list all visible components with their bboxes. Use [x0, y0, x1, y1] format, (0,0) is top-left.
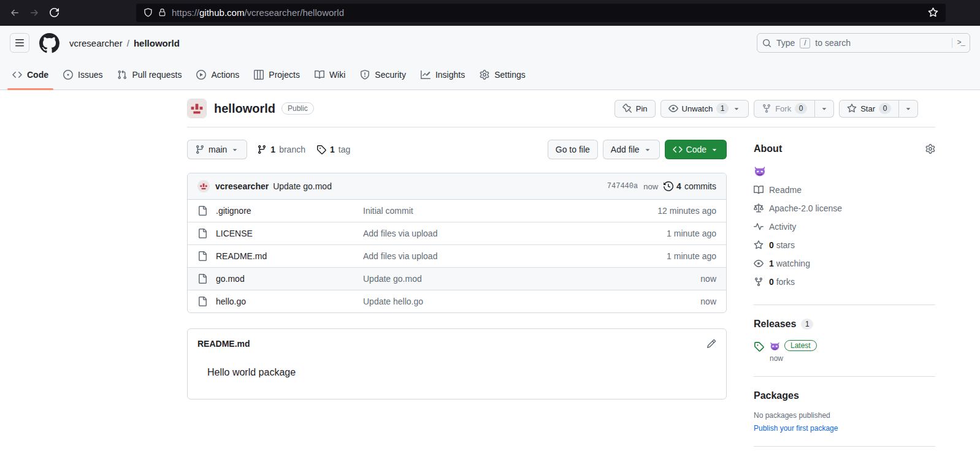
lock-icon[interactable] [158, 9, 166, 17]
browser-forward-button[interactable] [25, 3, 44, 23]
star-icon [848, 104, 857, 112]
url-domain: github.com [199, 7, 244, 18]
stars-label: stars [776, 240, 795, 250]
book-icon [754, 186, 764, 194]
tab-label: Actions [211, 70, 239, 80]
url-text[interactable]: https://github.com/vcresearcher/hellowor… [172, 7, 344, 18]
star-icon [754, 240, 764, 249]
history-icon [664, 181, 673, 191]
commit-author-link[interactable]: vcresearcher [215, 181, 269, 191]
branch-count: 1 [270, 145, 275, 154]
forks-count: 0 [769, 277, 774, 287]
unwatch-button[interactable]: Unwatch 1 [660, 100, 749, 118]
browser-reload-button[interactable] [44, 3, 64, 23]
file-link[interactable]: go.mod [216, 274, 363, 284]
chevron-down-icon [713, 149, 716, 151]
table-row: LICENSE Add files via upload 1 minute ag… [188, 222, 726, 244]
add-file-button[interactable]: Add file [603, 140, 660, 159]
fork-button[interactable]: Fork 0 [754, 100, 814, 118]
star-label: Star [860, 104, 875, 113]
watching-label: watching [776, 259, 810, 268]
file-commit-message[interactable]: Update go.mod [363, 274, 700, 284]
browser-back-button[interactable] [5, 3, 25, 23]
tab-pull-requests[interactable]: Pull requests [112, 60, 186, 89]
tab-security[interactable]: Security [355, 60, 411, 89]
star-button-group: Star 0 [839, 100, 918, 118]
file-link[interactable]: LICENSE [216, 229, 363, 238]
code-dropdown-button[interactable]: Code [665, 140, 727, 159]
commit-history-link[interactable]: 4 commits [664, 181, 716, 191]
repo-header: helloworld Public Pin Unwatch 1 Fork 0 [187, 90, 935, 127]
file-icon [199, 274, 207, 284]
activity-link[interactable]: Activity [754, 218, 935, 236]
star-button[interactable]: Star 0 [839, 100, 898, 118]
go-to-file-button[interactable]: Go to file [548, 140, 598, 159]
fork-button-group: Fork 0 [754, 100, 834, 118]
code-icon [12, 72, 21, 78]
about-title: About [754, 143, 782, 154]
star-dropdown-button[interactable] [898, 100, 918, 118]
repo-avatar [187, 99, 207, 118]
latest-release-link[interactable]: Latest now [754, 340, 935, 363]
forks-label: forks [776, 277, 795, 287]
publish-package-link[interactable]: Publish your first package [754, 424, 838, 433]
commit-author-avatar[interactable] [197, 180, 210, 192]
packages-title: Packages [754, 390, 935, 401]
chevron-down-icon [735, 108, 738, 110]
repo-title[interactable]: helloworld [214, 102, 275, 116]
stars-link[interactable]: 0 stars [754, 236, 935, 254]
pencil-icon[interactable] [706, 339, 716, 349]
hamburger-menu-button[interactable] [10, 33, 29, 53]
readme-link[interactable]: Readme [754, 181, 935, 199]
fork-label: Fork [775, 104, 791, 113]
about-settings-gear-icon[interactable] [925, 144, 935, 154]
table-row: hello.go Update hello.go now [188, 290, 726, 312]
file-commit-message[interactable]: Add files via upload [363, 229, 667, 238]
browser-toolbar: https://github.com/vcresearcher/hellowor… [0, 0, 980, 26]
file-commit-time: now [700, 297, 716, 306]
branches-link[interactable]: 1 branch [257, 145, 305, 154]
breadcrumb-repo-link[interactable]: helloworld [134, 38, 180, 48]
commit-hash-link[interactable]: 747440a [607, 182, 638, 191]
file-link[interactable]: .gitignore [216, 206, 363, 216]
file-link[interactable]: README.md [216, 251, 363, 261]
tab-code[interactable]: Code [7, 60, 53, 89]
tab-label: Issues [78, 70, 102, 80]
activity-label: Activity [769, 222, 796, 232]
law-icon [754, 203, 764, 212]
url-path: /vcresearcher/helloworld [244, 7, 344, 18]
releases-title[interactable]: Releases [754, 319, 796, 330]
branch-selector-button[interactable]: main [187, 140, 247, 159]
bookmark-star-icon[interactable] [928, 7, 938, 18]
address-bar[interactable]: https://github.com/vcresearcher/hellowor… [136, 4, 946, 22]
license-link[interactable]: Apache-2.0 license [754, 199, 935, 218]
url-scheme: https:// [172, 7, 199, 18]
readme-title[interactable]: README.md [197, 339, 250, 349]
repo-sidebar: About Readme Apache-2.0 license Activity [754, 140, 935, 460]
watching-link[interactable]: 1 watching [754, 254, 935, 273]
fork-dropdown-button[interactable] [814, 100, 834, 118]
tab-actions[interactable]: Actions [191, 60, 244, 89]
pin-button[interactable]: Pin [614, 100, 656, 118]
tracking-shield-icon[interactable] [144, 8, 153, 17]
tags-link[interactable]: 1 tag [316, 145, 350, 154]
file-commit-message[interactable]: Initial commit [363, 206, 657, 216]
issue-opened-icon [63, 70, 73, 80]
readme-card: README.md Hello world package [187, 328, 727, 399]
command-palette-icon[interactable]: >_ [957, 39, 965, 47]
file-commit-message[interactable]: Add files via upload [363, 251, 667, 261]
forks-link[interactable]: 0 forks [754, 273, 935, 291]
table-row: go.mod Update go.mod now [188, 267, 726, 290]
breadcrumb-owner-link[interactable]: vcresearcher [69, 38, 123, 48]
tab-issues[interactable]: Issues [58, 60, 107, 89]
file-commit-message[interactable]: Update hello.go [363, 297, 700, 306]
tab-insights[interactable]: Insights [416, 60, 470, 89]
gear-icon [480, 70, 489, 80]
file-link[interactable]: hello.go [216, 297, 363, 306]
commit-message-link[interactable]: Update go.mod [273, 181, 332, 191]
github-logo[interactable] [39, 33, 59, 53]
tab-wiki[interactable]: Wiki [310, 60, 350, 89]
tab-settings[interactable]: Settings [475, 60, 530, 89]
search-input[interactable]: Type / to search >_ [757, 33, 970, 53]
tab-projects[interactable]: Projects [249, 60, 305, 89]
